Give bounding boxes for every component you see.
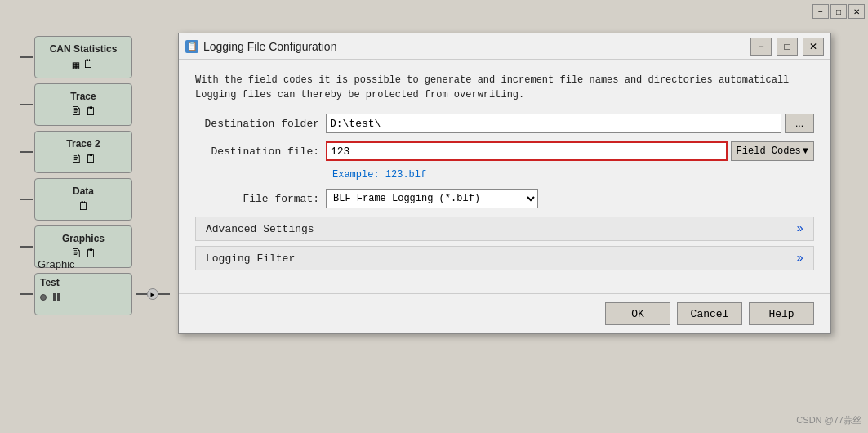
modal-footer: OK Cancel Help	[179, 293, 830, 333]
data-icon: 🗒	[82, 58, 94, 72]
trace2-icon2: 🗒	[85, 153, 96, 166]
description-line1: With the field codes it is possible to g…	[195, 73, 814, 87]
advanced-settings-section[interactable]: Advanced Settings »	[195, 216, 814, 241]
modal-minimize-btn[interactable]: −	[750, 38, 772, 56]
modal-content: With the field codes it is possible to g…	[179, 60, 830, 288]
logging-config-dialog: 📋 Logging File Configuration − □ ✕ With …	[178, 33, 831, 334]
example-text: Example: 123.blf	[332, 169, 814, 181]
connector-line	[20, 293, 33, 295]
connector-line	[20, 246, 33, 248]
destination-folder-input[interactable]	[326, 114, 781, 133]
can-statistics-icons: ▦ 🗒	[73, 58, 94, 72]
dot-icon	[40, 294, 47, 301]
destination-file-label: Destination file:	[195, 145, 326, 158]
advanced-settings-chevron: »	[797, 222, 803, 235]
connector-h-line2	[158, 293, 170, 295]
modal-maximize-btn[interactable]: □	[777, 38, 798, 56]
test-connector: ▶	[136, 288, 170, 300]
logging-filter-label: Logging Filter	[206, 252, 295, 265]
file-format-row: File format: BLF Frame Logging (*.blf) M…	[195, 189, 814, 208]
data-icons: 🗒	[78, 200, 89, 213]
ok-button[interactable]: OK	[605, 302, 670, 325]
destination-file-row: Destination file: Field Codes ▼	[195, 141, 814, 161]
bg-minimize-btn[interactable]: −	[812, 4, 829, 19]
browse-button[interactable]: ...	[785, 114, 814, 133]
table-icon: ▦	[73, 58, 79, 72]
bg-maximize-btn[interactable]: □	[830, 4, 847, 19]
file-format-label: File format:	[195, 193, 326, 205]
connector-line	[20, 199, 33, 200]
connector-line	[20, 56, 33, 58]
data-block[interactable]: Data 🗒	[34, 178, 132, 221]
modal-title-icon: 📋	[185, 40, 198, 53]
trace2-icons: 🖹 🗒	[70, 153, 96, 166]
trace-icons: 🖹 🗒	[70, 105, 96, 118]
destination-folder-row: Destination folder ...	[195, 114, 814, 133]
connector-line	[20, 104, 33, 105]
connector-node: ▶	[147, 288, 158, 300]
modal-icon-symbol: 📋	[187, 42, 197, 51]
connector-line	[20, 151, 33, 153]
modal-title-text: Logging File Configuration	[203, 40, 746, 53]
trace2-label: Trace 2	[66, 138, 100, 150]
field-codes-button[interactable]: Field Codes ▼	[731, 141, 814, 161]
connector-h-line	[136, 293, 147, 295]
graphics-label: Graphics	[62, 233, 105, 244]
field-codes-arrow: ▼	[803, 145, 808, 157]
can-statistics-block[interactable]: CAN Statistics ▦ 🗒	[34, 36, 132, 78]
can-statistics-label: CAN Statistics	[50, 43, 118, 55]
test-bottom-icons	[40, 293, 60, 301]
description-line2: Logging files can thereby be protected f…	[195, 87, 814, 102]
trace-block[interactable]: Trace 🖹 🗒	[34, 83, 132, 126]
file-format-select[interactable]: BLF Frame Logging (*.blf) MDF Frame Logg…	[326, 189, 538, 208]
data-label: Data	[73, 185, 94, 197]
modal-close-btn[interactable]: ✕	[803, 38, 824, 56]
test-label: Test	[40, 277, 60, 288]
arrow-icon: ▶	[151, 291, 155, 298]
watermark: CSDN @77蒜丝	[796, 414, 861, 426]
graphic-section-label: Graphic	[38, 258, 75, 270]
logging-filter-section[interactable]: Logging Filter »	[195, 246, 814, 270]
trace-label: Trace	[70, 91, 96, 102]
logging-filter-chevron: »	[797, 252, 803, 265]
graph-icon2: 🗒	[85, 248, 96, 261]
trace-icon1: 🖹	[70, 105, 82, 118]
destination-file-input[interactable]	[326, 141, 728, 161]
pause-icon	[53, 293, 60, 301]
modal-description: With the field codes it is possible to g…	[195, 73, 814, 102]
help-button[interactable]: Help	[749, 302, 814, 325]
trace-icon2: 🗒	[85, 105, 96, 118]
advanced-settings-label: Advanced Settings	[206, 223, 314, 235]
trace2-block[interactable]: Trace 2 🖹 🗒	[34, 131, 132, 173]
cancel-button[interactable]: Cancel	[677, 302, 742, 325]
field-codes-label: Field Codes	[737, 145, 801, 157]
background-titlebar: − □ ✕	[0, 0, 868, 23]
trace2-icon1: 🖹	[70, 153, 82, 166]
data-block-icon: 🗒	[78, 200, 89, 213]
destination-folder-label: Destination folder	[195, 118, 326, 130]
modal-titlebar: 📋 Logging File Configuration − □ ✕	[179, 33, 830, 60]
bg-close-btn[interactable]: ✕	[848, 4, 865, 19]
test-block[interactable]: Test	[34, 273, 132, 315]
